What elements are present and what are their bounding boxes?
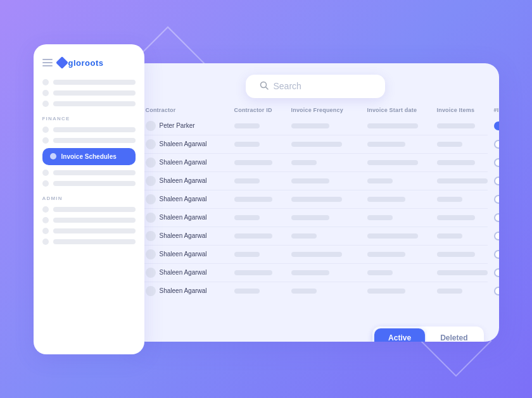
pill <box>367 123 418 128</box>
contractor-name: Shaleen Agarwal <box>160 214 207 221</box>
toggle-pill[interactable] <box>494 268 499 277</box>
sidebar-skeleton-row <box>42 79 136 85</box>
toggle-dot <box>495 159 499 166</box>
pill <box>291 289 317 294</box>
pill <box>291 142 342 147</box>
pill <box>437 270 488 275</box>
sk-circle <box>42 180 49 187</box>
pill <box>367 270 393 275</box>
contractor-name: Shaleen Agarwal <box>160 269 207 276</box>
pill <box>291 178 329 183</box>
pill <box>367 215 393 220</box>
avatar <box>146 158 156 168</box>
hamburger-icon[interactable] <box>42 59 53 66</box>
toggle-pill[interactable] <box>494 158 499 167</box>
sk-circle <box>42 170 49 176</box>
table-row: Shaleen Agarwal <box>143 282 488 300</box>
svg-line-1 <box>265 87 268 89</box>
row-contractor-cell: Shaleen Agarwal <box>146 194 234 204</box>
search-bar-wrapper: Search <box>132 63 499 98</box>
table-row: Shaleen Agarwal <box>143 135 488 154</box>
table-row: Shaleen Agarwal <box>143 172 488 190</box>
deleted-tab[interactable]: Deleted <box>426 328 481 342</box>
toggle-pill[interactable] <box>494 250 499 259</box>
pill <box>437 233 462 239</box>
pill <box>291 160 317 165</box>
toggle-pill[interactable] <box>494 213 499 222</box>
sidebar-skeleton-row <box>42 90 136 96</box>
admin-section-label: ADMIN <box>42 196 136 201</box>
sidebar-skeleton-row <box>42 180 136 187</box>
avatar <box>146 213 156 223</box>
avatar <box>146 268 156 278</box>
search-icon <box>260 81 269 92</box>
sk-line <box>53 90 136 96</box>
row-contractor-cell: Shaleen Agarwal <box>146 176 234 186</box>
row-contractor-cell: Shaleen Agarwal <box>146 268 234 278</box>
toggle-dot <box>495 288 499 294</box>
sk-circle <box>42 206 49 213</box>
sidebar-top-skeletons <box>42 79 136 107</box>
sk-line <box>53 80 136 85</box>
sidebar-skeleton-row <box>42 127 136 133</box>
toggle-dot <box>495 178 499 184</box>
sk-circle <box>42 228 49 234</box>
avatar <box>146 139 156 149</box>
logo-icon: gloroots <box>58 58 104 68</box>
finance-section-label: FINANCE <box>42 116 136 121</box>
pill <box>367 197 405 202</box>
sk-line <box>53 218 136 223</box>
sk-line <box>53 239 136 244</box>
sidebar-skeleton-row <box>42 170 136 176</box>
th-invoices: #Invoices <box>494 107 499 113</box>
content-panel: Search Contractor Contractor ID Invoice … <box>132 63 499 342</box>
sk-circle <box>42 79 49 85</box>
pill <box>437 123 475 128</box>
search-bar[interactable]: Search <box>246 75 385 98</box>
sk-circle <box>42 137 49 144</box>
row-contractor-cell: Shaleen Agarwal <box>146 213 234 223</box>
pill <box>437 160 475 165</box>
pill <box>437 197 462 202</box>
sk-line <box>53 170 136 175</box>
toggle-pill[interactable] <box>494 232 499 240</box>
pill <box>367 142 405 147</box>
sk-circle <box>42 90 49 96</box>
avatar <box>146 249 156 259</box>
invoice-schedules-menu-item[interactable]: Invoice Schedules <box>42 148 136 165</box>
active-tab[interactable]: Active <box>374 328 425 342</box>
contractor-name: Shaleen Agarwal <box>160 232 207 239</box>
toggle-dot <box>495 196 499 202</box>
sk-line <box>53 228 136 233</box>
contractor-name: Shaleen Agarwal <box>160 251 207 258</box>
pill <box>437 289 462 294</box>
sk-circle <box>42 239 49 245</box>
th-contractor-id: Contractor ID <box>234 107 291 113</box>
table-wrapper: Contractor Contractor ID Invoice Frequen… <box>132 98 499 311</box>
toggle-pill[interactable] <box>494 287 499 295</box>
pill <box>234 289 260 294</box>
sk-circle <box>42 101 49 107</box>
pill <box>291 270 329 275</box>
sidebar-header: gloroots <box>42 58 136 68</box>
avatar <box>146 194 156 204</box>
bottom-tabs-container: Active Deleted <box>372 326 483 342</box>
table-row: Shaleen Agarwal <box>143 190 488 209</box>
menu-item-dot <box>50 153 56 159</box>
avatar <box>146 231 156 241</box>
table-header-row: Contractor Contractor ID Invoice Frequen… <box>143 107 488 117</box>
contractor-name: Shaleen Agarwal <box>160 177 207 184</box>
pill <box>234 270 272 275</box>
toggle-pill[interactable] <box>494 140 499 149</box>
pill <box>367 160 418 165</box>
sk-line <box>53 101 136 106</box>
toggle-dot <box>495 215 499 221</box>
toggle-pill[interactable] <box>494 121 499 130</box>
contractor-name: Shaleen Agarwal <box>160 196 207 202</box>
th-invoice-items: Invoice Items <box>437 107 494 113</box>
pill <box>291 252 342 257</box>
th-contractor: Contractor <box>146 107 234 113</box>
toggle-pill[interactable] <box>494 177 499 185</box>
sk-line <box>53 138 136 143</box>
toggle-pill[interactable] <box>494 195 499 204</box>
